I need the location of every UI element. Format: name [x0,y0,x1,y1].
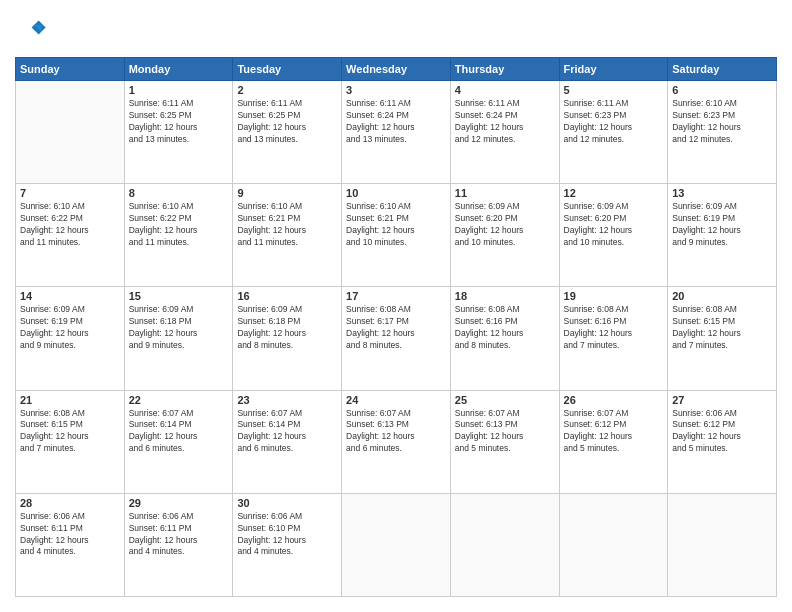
day-number: 12 [564,187,664,199]
day-number: 11 [455,187,555,199]
calendar-cell: 30Sunrise: 6:06 AM Sunset: 6:10 PM Dayli… [233,493,342,596]
calendar-cell: 22Sunrise: 6:07 AM Sunset: 6:14 PM Dayli… [124,390,233,493]
calendar-header-thursday: Thursday [450,58,559,81]
calendar-cell: 12Sunrise: 6:09 AM Sunset: 6:20 PM Dayli… [559,184,668,287]
calendar-cell: 16Sunrise: 6:09 AM Sunset: 6:18 PM Dayli… [233,287,342,390]
calendar-cell: 6Sunrise: 6:10 AM Sunset: 6:23 PM Daylig… [668,81,777,184]
day-info: Sunrise: 6:10 AM Sunset: 6:21 PM Dayligh… [346,201,446,249]
page: SundayMondayTuesdayWednesdayThursdayFrid… [0,0,792,612]
calendar-header-row: SundayMondayTuesdayWednesdayThursdayFrid… [16,58,777,81]
day-info: Sunrise: 6:10 AM Sunset: 6:21 PM Dayligh… [237,201,337,249]
calendar-header-sunday: Sunday [16,58,125,81]
day-info: Sunrise: 6:06 AM Sunset: 6:10 PM Dayligh… [237,511,337,559]
day-number: 21 [20,394,120,406]
day-info: Sunrise: 6:11 AM Sunset: 6:24 PM Dayligh… [346,98,446,146]
calendar-cell: 20Sunrise: 6:08 AM Sunset: 6:15 PM Dayli… [668,287,777,390]
calendar-cell: 5Sunrise: 6:11 AM Sunset: 6:23 PM Daylig… [559,81,668,184]
day-info: Sunrise: 6:09 AM Sunset: 6:18 PM Dayligh… [237,304,337,352]
day-info: Sunrise: 6:07 AM Sunset: 6:14 PM Dayligh… [237,408,337,456]
calendar-cell: 3Sunrise: 6:11 AM Sunset: 6:24 PM Daylig… [342,81,451,184]
day-info: Sunrise: 6:06 AM Sunset: 6:12 PM Dayligh… [672,408,772,456]
calendar-cell: 26Sunrise: 6:07 AM Sunset: 6:12 PM Dayli… [559,390,668,493]
calendar-cell [559,493,668,596]
calendar-cell: 11Sunrise: 6:09 AM Sunset: 6:20 PM Dayli… [450,184,559,287]
calendar-cell: 21Sunrise: 6:08 AM Sunset: 6:15 PM Dayli… [16,390,125,493]
calendar-cell: 9Sunrise: 6:10 AM Sunset: 6:21 PM Daylig… [233,184,342,287]
day-info: Sunrise: 6:09 AM Sunset: 6:20 PM Dayligh… [455,201,555,249]
day-info: Sunrise: 6:10 AM Sunset: 6:23 PM Dayligh… [672,98,772,146]
day-number: 2 [237,84,337,96]
day-number: 6 [672,84,772,96]
calendar-table: SundayMondayTuesdayWednesdayThursdayFrid… [15,57,777,597]
calendar-cell: 17Sunrise: 6:08 AM Sunset: 6:17 PM Dayli… [342,287,451,390]
week-row-5: 28Sunrise: 6:06 AM Sunset: 6:11 PM Dayli… [16,493,777,596]
day-info: Sunrise: 6:09 AM Sunset: 6:18 PM Dayligh… [129,304,229,352]
day-info: Sunrise: 6:06 AM Sunset: 6:11 PM Dayligh… [20,511,120,559]
day-number: 27 [672,394,772,406]
week-row-1: 1Sunrise: 6:11 AM Sunset: 6:25 PM Daylig… [16,81,777,184]
calendar-cell: 8Sunrise: 6:10 AM Sunset: 6:22 PM Daylig… [124,184,233,287]
day-number: 28 [20,497,120,509]
calendar-header-monday: Monday [124,58,233,81]
day-number: 19 [564,290,664,302]
calendar-cell: 18Sunrise: 6:08 AM Sunset: 6:16 PM Dayli… [450,287,559,390]
calendar-cell: 15Sunrise: 6:09 AM Sunset: 6:18 PM Dayli… [124,287,233,390]
calendar-cell: 27Sunrise: 6:06 AM Sunset: 6:12 PM Dayli… [668,390,777,493]
calendar-header-friday: Friday [559,58,668,81]
calendar-cell: 10Sunrise: 6:10 AM Sunset: 6:21 PM Dayli… [342,184,451,287]
day-number: 22 [129,394,229,406]
day-info: Sunrise: 6:07 AM Sunset: 6:13 PM Dayligh… [455,408,555,456]
day-info: Sunrise: 6:11 AM Sunset: 6:24 PM Dayligh… [455,98,555,146]
calendar-cell: 4Sunrise: 6:11 AM Sunset: 6:24 PM Daylig… [450,81,559,184]
day-number: 14 [20,290,120,302]
day-info: Sunrise: 6:07 AM Sunset: 6:14 PM Dayligh… [129,408,229,456]
calendar-cell [342,493,451,596]
day-number: 20 [672,290,772,302]
calendar-cell: 13Sunrise: 6:09 AM Sunset: 6:19 PM Dayli… [668,184,777,287]
calendar-cell: 25Sunrise: 6:07 AM Sunset: 6:13 PM Dayli… [450,390,559,493]
day-info: Sunrise: 6:11 AM Sunset: 6:23 PM Dayligh… [564,98,664,146]
week-row-3: 14Sunrise: 6:09 AM Sunset: 6:19 PM Dayli… [16,287,777,390]
day-info: Sunrise: 6:10 AM Sunset: 6:22 PM Dayligh… [129,201,229,249]
day-number: 23 [237,394,337,406]
week-row-4: 21Sunrise: 6:08 AM Sunset: 6:15 PM Dayli… [16,390,777,493]
day-info: Sunrise: 6:09 AM Sunset: 6:19 PM Dayligh… [672,201,772,249]
logo [15,15,47,47]
day-number: 30 [237,497,337,509]
calendar-cell: 19Sunrise: 6:08 AM Sunset: 6:16 PM Dayli… [559,287,668,390]
calendar-header-saturday: Saturday [668,58,777,81]
day-info: Sunrise: 6:11 AM Sunset: 6:25 PM Dayligh… [129,98,229,146]
calendar-cell [16,81,125,184]
day-info: Sunrise: 6:09 AM Sunset: 6:19 PM Dayligh… [20,304,120,352]
calendar-cell: 14Sunrise: 6:09 AM Sunset: 6:19 PM Dayli… [16,287,125,390]
day-info: Sunrise: 6:09 AM Sunset: 6:20 PM Dayligh… [564,201,664,249]
calendar-cell [450,493,559,596]
logo-icon [19,15,47,43]
calendar-cell: 28Sunrise: 6:06 AM Sunset: 6:11 PM Dayli… [16,493,125,596]
day-info: Sunrise: 6:07 AM Sunset: 6:12 PM Dayligh… [564,408,664,456]
day-number: 13 [672,187,772,199]
day-info: Sunrise: 6:08 AM Sunset: 6:15 PM Dayligh… [672,304,772,352]
calendar-cell: 2Sunrise: 6:11 AM Sunset: 6:25 PM Daylig… [233,81,342,184]
calendar-cell: 1Sunrise: 6:11 AM Sunset: 6:25 PM Daylig… [124,81,233,184]
day-number: 15 [129,290,229,302]
day-info: Sunrise: 6:08 AM Sunset: 6:16 PM Dayligh… [564,304,664,352]
day-number: 10 [346,187,446,199]
day-number: 5 [564,84,664,96]
calendar-header-wednesday: Wednesday [342,58,451,81]
day-number: 18 [455,290,555,302]
calendar-cell: 24Sunrise: 6:07 AM Sunset: 6:13 PM Dayli… [342,390,451,493]
day-info: Sunrise: 6:08 AM Sunset: 6:15 PM Dayligh… [20,408,120,456]
day-number: 25 [455,394,555,406]
day-number: 17 [346,290,446,302]
day-number: 1 [129,84,229,96]
day-number: 29 [129,497,229,509]
week-row-2: 7Sunrise: 6:10 AM Sunset: 6:22 PM Daylig… [16,184,777,287]
day-number: 3 [346,84,446,96]
day-number: 9 [237,187,337,199]
day-number: 26 [564,394,664,406]
day-number: 8 [129,187,229,199]
day-info: Sunrise: 6:06 AM Sunset: 6:11 PM Dayligh… [129,511,229,559]
day-info: Sunrise: 6:10 AM Sunset: 6:22 PM Dayligh… [20,201,120,249]
day-info: Sunrise: 6:08 AM Sunset: 6:17 PM Dayligh… [346,304,446,352]
